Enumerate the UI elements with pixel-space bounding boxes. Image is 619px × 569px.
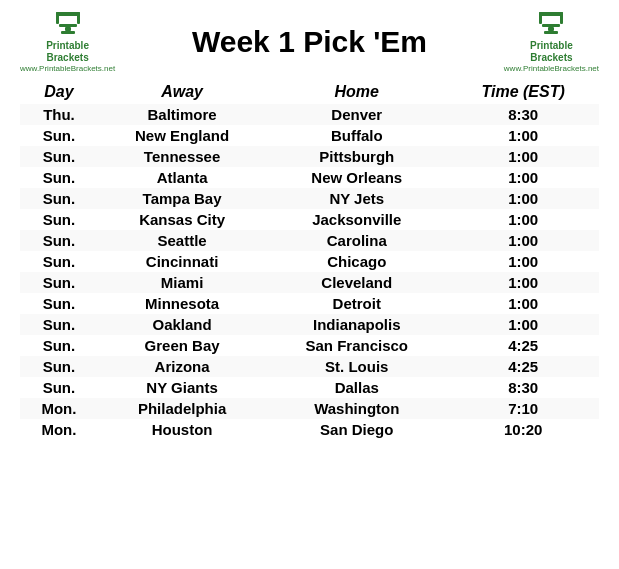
cell-day: Sun. [20, 188, 98, 209]
cell-away: Arizona [98, 356, 266, 377]
col-home: Home [266, 80, 447, 104]
table-row: Sun.Tampa BayNY Jets1:00 [20, 188, 599, 209]
cell-time: 10:20 [447, 419, 599, 440]
cell-day: Sun. [20, 146, 98, 167]
cell-time: 4:25 [447, 335, 599, 356]
cell-time: 1:00 [447, 209, 599, 230]
table-row: Sun.NY GiantsDallas8:30 [20, 377, 599, 398]
table-row: Thu.BaltimoreDenver8:30 [20, 104, 599, 125]
logo-right-line2: Brackets [530, 52, 572, 64]
cell-home: Cleveland [266, 272, 447, 293]
cell-time: 1:00 [447, 188, 599, 209]
col-day: Day [20, 80, 98, 104]
page-title: Week 1 Pick 'Em [115, 25, 504, 59]
cell-time: 4:25 [447, 356, 599, 377]
cell-day: Mon. [20, 398, 98, 419]
logo-left: Printable Brackets www.PrintableBrackets… [20, 10, 115, 74]
cell-day: Sun. [20, 314, 98, 335]
table-row: Sun.Green BaySan Francisco4:25 [20, 335, 599, 356]
cell-time: 7:10 [447, 398, 599, 419]
cell-time: 8:30 [447, 104, 599, 125]
table-row: Sun.MiamiCleveland1:00 [20, 272, 599, 293]
svg-rect-7 [539, 12, 542, 24]
schedule-table: Day Away Home Time (EST) Thu.BaltimoreDe… [20, 80, 599, 440]
cell-day: Mon. [20, 419, 98, 440]
table-row: Sun.ArizonaSt. Louis4:25 [20, 356, 599, 377]
cell-away: Philadelphia [98, 398, 266, 419]
table-row: Sun.MinnesotaDetroit1:00 [20, 293, 599, 314]
svg-rect-10 [548, 27, 554, 31]
cell-away: Green Bay [98, 335, 266, 356]
bracket-icon-left [48, 10, 88, 38]
cell-day: Sun. [20, 272, 98, 293]
svg-rect-4 [65, 27, 71, 31]
cell-day: Sun. [20, 377, 98, 398]
logo-left-line1: Printable [46, 40, 89, 52]
table-row: Mon.PhiladelphiaWashington7:10 [20, 398, 599, 419]
cell-home: Dallas [266, 377, 447, 398]
cell-day: Sun. [20, 125, 98, 146]
cell-home: Detroit [266, 293, 447, 314]
cell-home: San Francisco [266, 335, 447, 356]
cell-away: New England [98, 125, 266, 146]
cell-away: Miami [98, 272, 266, 293]
table-header-row: Day Away Home Time (EST) [20, 80, 599, 104]
table-row: Sun.OaklandIndianapolis1:00 [20, 314, 599, 335]
cell-home: NY Jets [266, 188, 447, 209]
cell-day: Sun. [20, 251, 98, 272]
cell-time: 1:00 [447, 167, 599, 188]
cell-away: Minnesota [98, 293, 266, 314]
svg-rect-5 [61, 31, 75, 34]
cell-time: 1:00 [447, 146, 599, 167]
cell-home: Indianapolis [266, 314, 447, 335]
logo-left-url: www.PrintableBrackets.net [20, 64, 115, 74]
cell-away: NY Giants [98, 377, 266, 398]
table-row: Sun.Kansas CityJacksonville1:00 [20, 209, 599, 230]
cell-home: Carolina [266, 230, 447, 251]
cell-day: Thu. [20, 104, 98, 125]
cell-away: Houston [98, 419, 266, 440]
bracket-icon-right [531, 10, 571, 38]
table-row: Mon.HoustonSan Diego10:20 [20, 419, 599, 440]
cell-day: Sun. [20, 167, 98, 188]
col-time: Time (EST) [447, 80, 599, 104]
cell-away: Seattle [98, 230, 266, 251]
table-row: Sun.AtlantaNew Orleans1:00 [20, 167, 599, 188]
logo-left-line2: Brackets [46, 52, 88, 64]
cell-day: Sun. [20, 335, 98, 356]
table-row: Sun.SeattleCarolina1:00 [20, 230, 599, 251]
cell-home: St. Louis [266, 356, 447, 377]
cell-time: 1:00 [447, 125, 599, 146]
svg-rect-11 [544, 31, 558, 34]
cell-away: Oakland [98, 314, 266, 335]
table-row: Sun.TennesseePittsburgh1:00 [20, 146, 599, 167]
cell-away: Atlanta [98, 167, 266, 188]
cell-time: 1:00 [447, 251, 599, 272]
cell-away: Baltimore [98, 104, 266, 125]
cell-time: 8:30 [447, 377, 599, 398]
cell-day: Sun. [20, 209, 98, 230]
logo-right-url: www.PrintableBrackets.net [504, 64, 599, 74]
svg-rect-0 [56, 12, 80, 16]
logo-right-line1: Printable [530, 40, 573, 52]
cell-home: Washington [266, 398, 447, 419]
cell-away: Tennessee [98, 146, 266, 167]
table-body: Thu.BaltimoreDenver8:30Sun.New EnglandBu… [20, 104, 599, 440]
svg-rect-6 [539, 12, 563, 16]
svg-rect-2 [77, 12, 80, 24]
cell-home: Buffalo [266, 125, 447, 146]
header: Printable Brackets www.PrintableBrackets… [20, 10, 599, 74]
cell-day: Sun. [20, 356, 98, 377]
cell-away: Tampa Bay [98, 188, 266, 209]
cell-away: Cincinnati [98, 251, 266, 272]
svg-rect-1 [56, 12, 59, 24]
cell-away: Kansas City [98, 209, 266, 230]
cell-day: Sun. [20, 230, 98, 251]
cell-time: 1:00 [447, 230, 599, 251]
cell-time: 1:00 [447, 293, 599, 314]
logo-right: Printable Brackets www.PrintableBrackets… [504, 10, 599, 74]
cell-home: New Orleans [266, 167, 447, 188]
svg-rect-3 [59, 24, 77, 27]
table-row: Sun.New EnglandBuffalo1:00 [20, 125, 599, 146]
cell-time: 1:00 [447, 272, 599, 293]
